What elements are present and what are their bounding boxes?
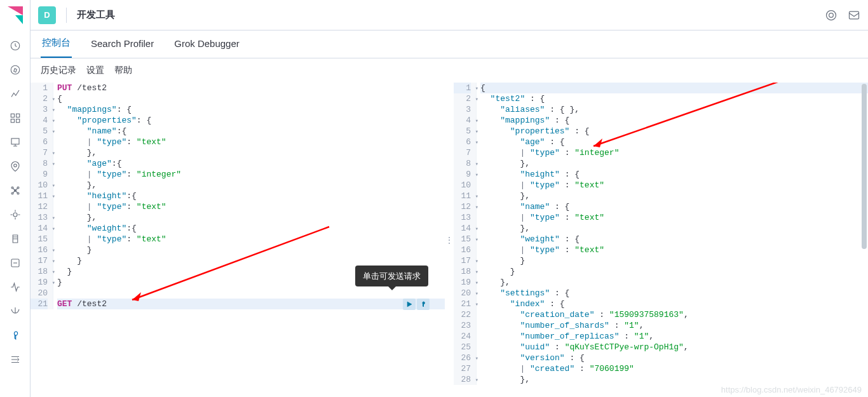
collapse-icon[interactable] xyxy=(8,352,23,367)
uptime-icon[interactable] xyxy=(8,279,23,295)
kibana-logo[interactable] xyxy=(0,0,31,30)
toolbar: 历史记录 设置 帮助 xyxy=(31,58,868,83)
svg-rect-3 xyxy=(16,114,19,117)
tab-0[interactable]: 控制台 xyxy=(41,29,72,58)
svg-rect-6 xyxy=(11,138,19,144)
settings-link[interactable]: 设置 xyxy=(86,65,104,76)
svg-rect-2 xyxy=(11,114,14,117)
svg-rect-17 xyxy=(850,11,859,19)
siem-icon[interactable] xyxy=(8,304,23,319)
tab-1[interactable]: Search Profiler xyxy=(90,30,155,58)
svg-point-16 xyxy=(829,13,834,17)
svg-point-13 xyxy=(13,213,17,217)
ml-icon[interactable] xyxy=(8,183,23,198)
request-editor[interactable]: 123456789101112131415161718192021PUT /te… xyxy=(31,83,445,397)
logs-icon[interactable] xyxy=(8,231,23,246)
help-icon[interactable] xyxy=(825,9,837,22)
topbar: D 开发工具 xyxy=(31,0,868,30)
request-options-button[interactable] xyxy=(417,299,430,310)
dashboard-icon[interactable] xyxy=(8,111,23,126)
help-link[interactable]: 帮助 xyxy=(114,65,132,76)
send-request-tooltip: 单击可发送请求 xyxy=(355,266,428,286)
pane-splitter[interactable] xyxy=(445,83,454,397)
svg-point-1 xyxy=(11,65,20,74)
metrics-icon[interactable] xyxy=(8,207,23,222)
history-link[interactable]: 历史记录 xyxy=(41,65,76,76)
svg-point-15 xyxy=(827,10,836,20)
tabs: 控制台Search ProfilerGrok Debugger xyxy=(31,30,868,58)
send-request-button[interactable] xyxy=(403,299,416,310)
scrollbar-thumb[interactable] xyxy=(862,84,867,249)
apm-icon[interactable] xyxy=(8,255,23,271)
sidebar xyxy=(0,0,31,397)
tab-2[interactable]: Grok Debugger xyxy=(173,30,241,58)
svg-point-7 xyxy=(13,164,17,167)
visualize-icon[interactable] xyxy=(8,86,23,102)
breadcrumb: 开发工具 xyxy=(77,9,115,21)
svg-rect-5 xyxy=(16,119,19,123)
newsfeed-icon[interactable] xyxy=(848,9,860,22)
svg-rect-4 xyxy=(11,119,14,123)
response-viewer[interactable]: 1234567891011121314151617181920212223242… xyxy=(454,83,868,397)
discover-icon[interactable] xyxy=(8,62,23,77)
canvas-icon[interactable] xyxy=(8,135,23,150)
app-badge: D xyxy=(38,6,56,24)
dev-tools-icon[interactable] xyxy=(8,328,23,343)
maps-icon[interactable] xyxy=(8,159,23,174)
recent-icon[interactable] xyxy=(8,38,23,53)
